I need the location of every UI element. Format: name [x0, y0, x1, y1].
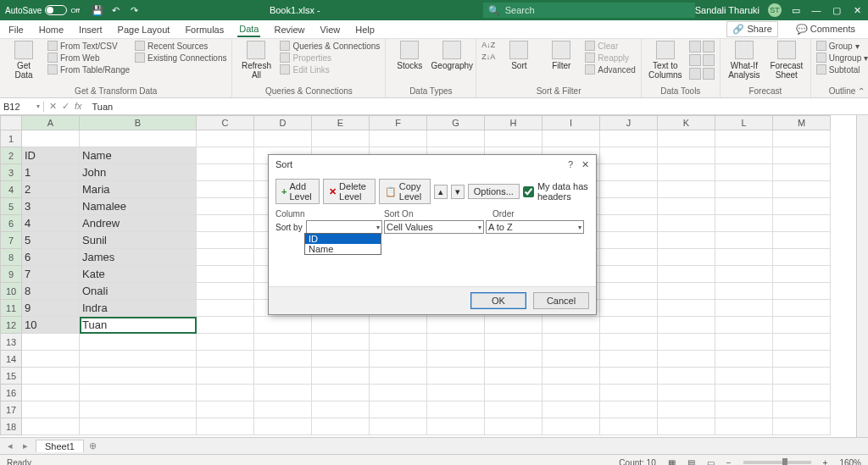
cell[interactable]: 4 [22, 215, 80, 232]
cell[interactable] [197, 368, 254, 385]
tab-page-layout[interactable]: Page Layout [116, 23, 172, 36]
cell[interactable] [254, 368, 312, 385]
from-table-button[interactable]: From Table/Range [47, 64, 130, 75]
cell[interactable]: 2 [22, 181, 80, 198]
cell[interactable] [197, 215, 254, 232]
cell[interactable] [773, 334, 831, 351]
share-button[interactable]: 🔗 Share [726, 21, 777, 37]
save-icon[interactable]: 💾 [92, 4, 103, 16]
existing-conn-button[interactable]: Existing Connections [135, 53, 226, 63]
row-header[interactable]: 4 [0, 181, 22, 198]
column-header[interactable]: M [773, 115, 831, 130]
cell[interactable] [254, 418, 312, 435]
cell[interactable] [600, 130, 658, 147]
cell[interactable] [197, 418, 254, 435]
cancel-formula-icon[interactable]: ✕ [49, 101, 57, 112]
column-header[interactable]: E [312, 115, 370, 130]
cell[interactable] [427, 385, 485, 401]
cell[interactable] [773, 317, 831, 334]
cell[interactable]: 5 [22, 232, 80, 249]
dialog-close-icon[interactable]: ✕ [581, 159, 589, 170]
cell[interactable] [715, 232, 773, 249]
cell[interactable] [658, 300, 715, 317]
cell[interactable] [658, 317, 715, 334]
cell[interactable] [658, 181, 715, 198]
zoom-slider[interactable] [743, 461, 811, 464]
cell[interactable] [22, 368, 80, 385]
ok-button[interactable]: OK [470, 292, 526, 309]
cell[interactable] [658, 232, 715, 249]
consolidate-icon[interactable] [703, 41, 715, 53]
cell[interactable] [197, 401, 254, 418]
cell[interactable] [773, 147, 831, 164]
options-button[interactable]: Options... [468, 184, 520, 199]
cell[interactable] [715, 418, 773, 435]
cell[interactable] [600, 300, 658, 317]
ungroup-button[interactable]: Ungroup ▾ [816, 53, 868, 63]
cell[interactable] [427, 401, 485, 418]
cell[interactable]: 1 [22, 164, 80, 181]
cell[interactable] [427, 418, 485, 435]
cell[interactable] [197, 317, 254, 334]
cell[interactable] [773, 181, 831, 198]
cell[interactable] [773, 198, 831, 215]
cell[interactable] [715, 351, 773, 368]
cell[interactable]: Maria [80, 181, 197, 198]
row-header[interactable]: 3 [0, 164, 22, 181]
close-icon[interactable]: ✕ [851, 4, 863, 16]
cell[interactable] [80, 401, 197, 418]
cell[interactable] [715, 215, 773, 232]
cell[interactable] [197, 334, 254, 351]
cell[interactable] [197, 130, 254, 147]
queries-conn-button[interactable]: Queries & Connections [280, 41, 380, 51]
cell[interactable] [658, 249, 715, 266]
cell[interactable] [773, 232, 831, 249]
cell[interactable] [542, 368, 600, 385]
dialog-help-icon[interactable]: ? [568, 159, 573, 170]
sheet-tab[interactable]: Sheet1 [36, 440, 84, 452]
cell[interactable] [312, 317, 370, 334]
cell[interactable] [485, 334, 542, 351]
row-header[interactable]: 17 [0, 401, 22, 418]
cell[interactable]: Onali [80, 283, 197, 300]
cell[interactable] [600, 334, 658, 351]
collapse-ribbon-icon[interactable]: ⌃ [858, 86, 865, 96]
cell[interactable] [715, 368, 773, 385]
avatar[interactable]: ST [768, 3, 782, 17]
cell[interactable] [715, 130, 773, 147]
cell[interactable]: Indra [80, 300, 197, 317]
cell[interactable] [715, 181, 773, 198]
cell[interactable] [715, 334, 773, 351]
cell[interactable]: Tuan [80, 317, 197, 334]
column-header[interactable]: J [600, 115, 658, 130]
cell[interactable] [427, 317, 485, 334]
cell[interactable]: Name [80, 147, 197, 164]
cell[interactable] [773, 368, 831, 385]
cell[interactable] [773, 300, 831, 317]
cell[interactable] [715, 283, 773, 300]
cell[interactable] [600, 317, 658, 334]
user-name[interactable]: Sandali Tharuki [695, 5, 760, 15]
cell[interactable] [427, 351, 485, 368]
column-header[interactable]: I [542, 115, 600, 130]
cell[interactable] [658, 401, 715, 418]
cell[interactable]: John [80, 164, 197, 181]
cell[interactable] [370, 130, 427, 147]
cell[interactable] [197, 147, 254, 164]
cell[interactable] [254, 401, 312, 418]
column-header[interactable]: F [370, 115, 427, 130]
cell[interactable] [22, 385, 80, 401]
cell[interactable] [542, 130, 600, 147]
headers-checkbox[interactable]: My data has headers [523, 181, 589, 202]
add-sheet-icon[interactable]: ⊕ [89, 440, 97, 451]
forecast-sheet-button[interactable]: Forecast Sheet [768, 41, 805, 80]
row-header[interactable]: 8 [0, 249, 22, 266]
whatif-button[interactable]: What-If Analysis [726, 41, 763, 80]
zoom-in-icon[interactable]: + [823, 458, 828, 466]
cell[interactable] [80, 334, 197, 351]
cell[interactable] [80, 385, 197, 401]
cell[interactable]: ID [22, 147, 80, 164]
sort-az-icon[interactable]: A↓Z [481, 41, 495, 49]
cell[interactable] [370, 334, 427, 351]
from-web-button[interactable]: From Web [47, 53, 130, 63]
